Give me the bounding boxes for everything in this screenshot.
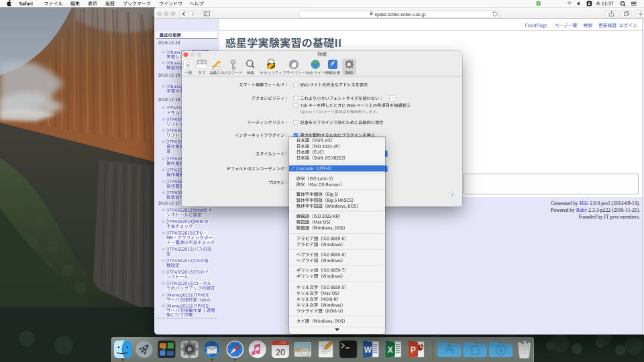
svg-text:A: A: [588, 1, 591, 6]
